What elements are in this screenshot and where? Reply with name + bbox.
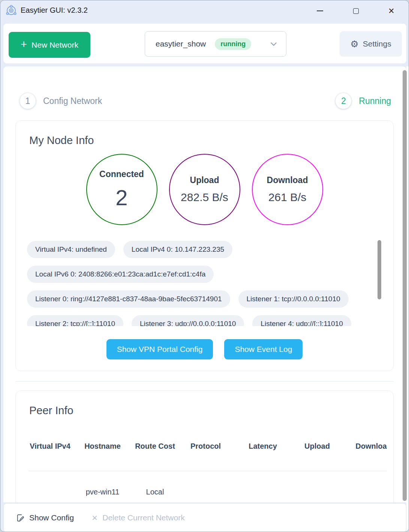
step-running[interactable]: 2 Running	[335, 93, 391, 109]
stat-connected-label: Connected	[99, 169, 144, 179]
show-config-button[interactable]: Show Config	[16, 513, 74, 522]
cell-download	[343, 471, 387, 496]
section-divider	[15, 381, 394, 382]
chip-listener-2: Listener 2: tcp://[::]:11010	[27, 315, 123, 326]
close-button[interactable]: ×	[382, 3, 401, 19]
network-select-value: easytier_show	[156, 39, 206, 48]
plus-icon: +	[21, 39, 27, 50]
show-config-label: Show Config	[29, 513, 74, 522]
stat-download-value: 261 B/s	[268, 191, 307, 204]
table-row: pve-win11 Local	[28, 471, 387, 496]
col-latency: Latency	[235, 428, 291, 464]
file-edit-icon	[16, 514, 24, 522]
cell-virtual-ipv4	[28, 471, 72, 496]
step-2-label: Running	[359, 96, 391, 106]
stat-upload-label: Upload	[190, 175, 219, 185]
step-1-circle: 1	[19, 93, 36, 109]
cell-route-cost: Local	[133, 471, 177, 496]
peer-table: Virtual IPv4 Hostname Route Cost Protoco…	[28, 428, 387, 496]
stat-download-label: Download	[267, 175, 308, 185]
stat-connected: Connected 2	[86, 154, 157, 225]
app-window: Easytier GUI: v2.3.2 × + New Network eas…	[0, 0, 409, 532]
toolbar: + New Network easytier_show running ⚙ Se…	[3, 24, 406, 63]
stat-upload-value: 282.5 B/s	[181, 191, 228, 204]
minimize-icon	[317, 11, 323, 11]
col-route-cost: Route Cost	[133, 428, 177, 464]
chevron-down-icon	[269, 39, 279, 49]
main-content: 1 Config Network 2 Running My Node Info …	[3, 66, 406, 502]
node-stats: Connected 2 Upload 282.5 B/s Download 26…	[16, 154, 393, 225]
chip-local-ipv4: Local IPv4 0: 10.147.223.235	[123, 241, 232, 258]
maximize-icon	[353, 8, 359, 14]
peer-table-header: Virtual IPv4 Hostname Route Cost Protoco…	[28, 428, 387, 464]
step-1-label: Config Network	[43, 96, 102, 106]
running-status-badge: running	[215, 38, 251, 50]
stat-download: Download 261 B/s	[252, 154, 323, 225]
delete-network-button[interactable]: × Delete Current Network	[92, 513, 185, 523]
col-upload: Upload	[291, 428, 343, 464]
stat-upload: Upload 282.5 B/s	[169, 154, 240, 225]
delete-network-label: Delete Current Network	[102, 513, 184, 522]
new-network-label: New Network	[31, 41, 78, 50]
col-protocol: Protocol	[177, 428, 235, 464]
chip-listener-3: Listener 3: udp://0.0.0.0:11010	[132, 315, 244, 326]
main-scrollbar[interactable]	[403, 70, 407, 501]
settings-button[interactable]: ⚙ Settings	[340, 31, 402, 57]
step-2-circle: 2	[335, 93, 352, 109]
right-edge-strip	[406, 66, 409, 532]
cell-protocol	[177, 471, 235, 496]
cell-hostname: pve-win11	[72, 471, 133, 496]
gear-icon: ⚙	[350, 39, 358, 49]
window-title: Easytier GUI: v2.3.2	[21, 6, 88, 15]
cell-latency	[235, 471, 291, 496]
chip-listener-0: Listener 0: ring://4127e881-c837-48aa-9b…	[27, 290, 230, 308]
col-virtual-ipv4: Virtual IPv4	[28, 428, 72, 464]
maximize-button[interactable]	[346, 3, 366, 19]
peer-info-title: Peer Info	[29, 404, 393, 417]
footer-bar: Show Config × Delete Current Network	[3, 503, 406, 532]
node-detail-chips: Virtual IPv4: undefined Local IPv4 0: 10…	[27, 241, 381, 326]
chip-virtual-ipv4: Virtual IPv4: undefined	[27, 241, 115, 258]
step-config-network[interactable]: 1 Config Network	[19, 93, 102, 109]
settings-label: Settings	[363, 39, 391, 48]
node-info-panel: My Node Info Connected 2 Upload 282.5 B/…	[15, 120, 394, 371]
peer-info-panel: Peer Info Virtual IPv4 Hostname Route Co…	[15, 391, 394, 502]
col-hostname: Hostname	[72, 428, 133, 464]
network-select[interactable]: easytier_show running	[145, 31, 286, 57]
show-vpn-portal-config-button[interactable]: Show VPN Portal Config	[106, 339, 213, 359]
titlebar: Easytier GUI: v2.3.2 ×	[0, 0, 409, 22]
app-logo-icon	[5, 5, 17, 17]
delete-x-icon: ×	[92, 513, 97, 523]
node-actions: Show VPN Portal Config Show Event Log	[16, 339, 393, 359]
minimize-button[interactable]	[310, 3, 330, 19]
node-info-title: My Node Info	[29, 134, 393, 147]
show-event-log-button[interactable]: Show Event Log	[224, 339, 303, 359]
cell-upload	[291, 471, 343, 496]
stat-connected-value: 2	[115, 185, 127, 210]
close-icon: ×	[388, 6, 394, 16]
wizard-steps: 1 Config Network 2 Running	[19, 92, 391, 110]
col-download: Download	[343, 428, 387, 464]
chips-scrollbar[interactable]	[378, 240, 381, 299]
chip-listener-4: Listener 4: udp://[::]:11010	[252, 315, 351, 326]
chip-listener-1: Listener 1: tcp://0.0.0.0:11010	[238, 290, 349, 308]
new-network-button[interactable]: + New Network	[9, 32, 90, 58]
chip-local-ipv6: Local IPv6 0: 2408:8266:e01:23ca:ad1c:e7…	[27, 266, 214, 283]
